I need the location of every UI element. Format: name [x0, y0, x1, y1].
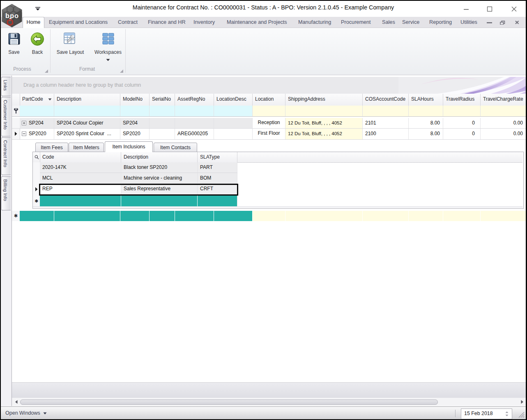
svg-text:bpo: bpo — [5, 12, 19, 19]
